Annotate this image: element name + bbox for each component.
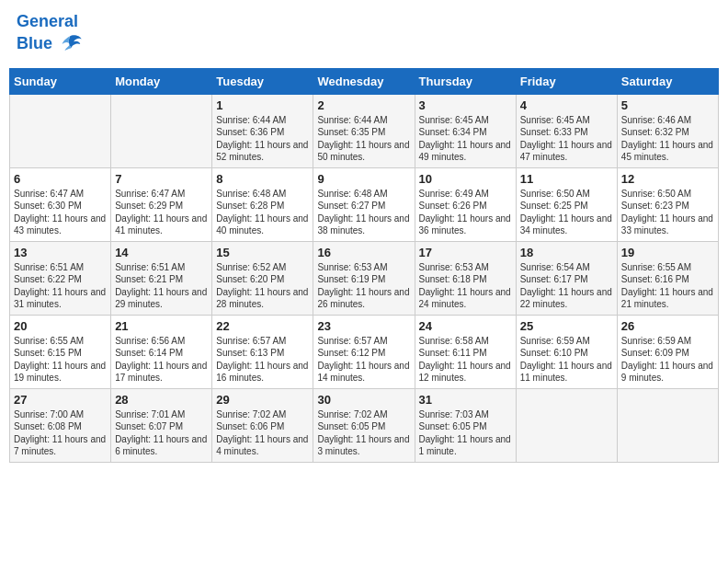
header-day-thursday: Thursday (415, 68, 516, 94)
day-number: 22 (216, 319, 309, 333)
day-number: 16 (317, 246, 410, 259)
calendar-cell: 5Sunrise: 6:46 AM Sunset: 6:32 PM Daylig… (617, 94, 718, 167)
day-info: Sunrise: 6:53 AM Sunset: 6:19 PM Dayligh… (317, 261, 410, 311)
day-info: Sunrise: 6:51 AM Sunset: 6:21 PM Dayligh… (115, 261, 208, 311)
day-info: Sunrise: 6:50 AM Sunset: 6:23 PM Dayligh… (621, 188, 714, 237)
calendar-cell: 3Sunrise: 6:45 AM Sunset: 6:34 PM Daylig… (415, 94, 516, 167)
calendar-cell: 19Sunrise: 6:55 AM Sunset: 6:16 PM Dayli… (617, 241, 718, 315)
week-row-3: 13Sunrise: 6:51 AM Sunset: 6:22 PM Dayli… (10, 241, 719, 315)
calendar-cell: 1Sunrise: 6:44 AM Sunset: 6:36 PM Daylig… (212, 94, 313, 167)
page-header: General Blue (9, 9, 719, 61)
calendar-table: SundayMondayTuesdayWednesdayThursdayFrid… (9, 68, 719, 463)
day-number: 2 (317, 98, 410, 112)
calendar-cell: 20Sunrise: 6:55 AM Sunset: 6:15 PM Dayli… (10, 315, 111, 388)
calendar-cell: 9Sunrise: 6:48 AM Sunset: 6:27 PM Daylig… (313, 167, 415, 241)
calendar-cell: 28Sunrise: 7:01 AM Sunset: 6:07 PM Dayli… (111, 388, 212, 462)
day-info: Sunrise: 6:59 AM Sunset: 6:09 PM Dayligh… (621, 335, 714, 385)
day-number: 13 (14, 246, 107, 259)
logo-bird-icon (57, 31, 83, 57)
day-info: Sunrise: 6:48 AM Sunset: 6:28 PM Dayligh… (216, 188, 309, 237)
day-number: 3 (419, 98, 512, 112)
week-row-2: 6Sunrise: 6:47 AM Sunset: 6:30 PM Daylig… (10, 167, 719, 241)
day-number: 28 (115, 393, 208, 407)
calendar-cell: 23Sunrise: 6:57 AM Sunset: 6:12 PM Dayli… (313, 315, 415, 388)
day-number: 15 (216, 246, 309, 259)
calendar-cell: 11Sunrise: 6:50 AM Sunset: 6:25 PM Dayli… (516, 167, 617, 241)
day-number: 1 (216, 98, 309, 112)
day-info: Sunrise: 7:00 AM Sunset: 6:08 PM Dayligh… (14, 408, 107, 458)
day-info: Sunrise: 6:47 AM Sunset: 6:29 PM Dayligh… (115, 188, 208, 237)
calendar-cell: 29Sunrise: 7:02 AM Sunset: 6:06 PM Dayli… (212, 388, 313, 462)
day-info: Sunrise: 6:45 AM Sunset: 6:34 PM Dayligh… (419, 114, 512, 164)
calendar-cell (617, 388, 718, 462)
day-info: Sunrise: 6:53 AM Sunset: 6:18 PM Dayligh… (419, 261, 512, 311)
day-info: Sunrise: 6:44 AM Sunset: 6:35 PM Dayligh… (317, 114, 410, 164)
logo: General Blue (17, 13, 83, 57)
week-row-5: 27Sunrise: 7:00 AM Sunset: 6:08 PM Dayli… (10, 388, 719, 462)
calendar-cell: 24Sunrise: 6:58 AM Sunset: 6:11 PM Dayli… (415, 315, 516, 388)
week-row-1: 1Sunrise: 6:44 AM Sunset: 6:36 PM Daylig… (10, 94, 719, 167)
day-info: Sunrise: 6:51 AM Sunset: 6:22 PM Dayligh… (14, 261, 107, 311)
header-day-saturday: Saturday (617, 68, 718, 94)
calendar-cell: 4Sunrise: 6:45 AM Sunset: 6:33 PM Daylig… (516, 94, 617, 167)
day-number: 7 (115, 172, 208, 186)
calendar-cell (10, 94, 111, 167)
calendar-cell: 14Sunrise: 6:51 AM Sunset: 6:21 PM Dayli… (111, 241, 212, 315)
calendar-cell: 15Sunrise: 6:52 AM Sunset: 6:20 PM Dayli… (212, 241, 313, 315)
day-number: 19 (621, 246, 714, 259)
calendar-cell: 27Sunrise: 7:00 AM Sunset: 6:08 PM Dayli… (10, 388, 111, 462)
day-info: Sunrise: 6:45 AM Sunset: 6:33 PM Dayligh… (520, 114, 613, 164)
day-info: Sunrise: 6:57 AM Sunset: 6:12 PM Dayligh… (317, 335, 410, 385)
day-info: Sunrise: 6:56 AM Sunset: 6:14 PM Dayligh… (115, 335, 208, 385)
day-info: Sunrise: 6:46 AM Sunset: 6:32 PM Dayligh… (621, 114, 714, 164)
header-day-wednesday: Wednesday (313, 68, 415, 94)
day-number: 29 (216, 393, 309, 407)
day-info: Sunrise: 6:55 AM Sunset: 6:16 PM Dayligh… (621, 261, 714, 311)
header-day-monday: Monday (111, 68, 212, 94)
day-number: 18 (520, 246, 613, 259)
day-info: Sunrise: 6:52 AM Sunset: 6:20 PM Dayligh… (216, 261, 309, 311)
day-info: Sunrise: 6:48 AM Sunset: 6:27 PM Dayligh… (317, 188, 410, 237)
calendar-cell: 17Sunrise: 6:53 AM Sunset: 6:18 PM Dayli… (415, 241, 516, 315)
calendar-cell: 6Sunrise: 6:47 AM Sunset: 6:30 PM Daylig… (10, 167, 111, 241)
calendar-cell (111, 94, 212, 167)
calendar-cell: 12Sunrise: 6:50 AM Sunset: 6:23 PM Dayli… (617, 167, 718, 241)
calendar-cell (516, 388, 617, 462)
day-number: 23 (317, 319, 410, 333)
day-info: Sunrise: 6:57 AM Sunset: 6:13 PM Dayligh… (216, 335, 309, 385)
calendar-cell: 31Sunrise: 7:03 AM Sunset: 6:05 PM Dayli… (415, 388, 516, 462)
day-info: Sunrise: 6:49 AM Sunset: 6:26 PM Dayligh… (419, 188, 512, 237)
calendar-cell: 18Sunrise: 6:54 AM Sunset: 6:17 PM Dayli… (516, 241, 617, 315)
day-info: Sunrise: 7:03 AM Sunset: 6:05 PM Dayligh… (419, 408, 512, 458)
day-number: 8 (216, 172, 309, 186)
day-number: 14 (115, 246, 208, 259)
calendar-cell: 16Sunrise: 6:53 AM Sunset: 6:19 PM Dayli… (313, 241, 415, 315)
day-info: Sunrise: 7:01 AM Sunset: 6:07 PM Dayligh… (115, 408, 208, 458)
day-number: 24 (419, 319, 512, 333)
day-number: 6 (14, 172, 107, 186)
day-number: 31 (419, 393, 512, 407)
day-number: 26 (621, 319, 714, 333)
header-day-tuesday: Tuesday (212, 68, 313, 94)
day-number: 25 (520, 319, 613, 333)
day-number: 5 (621, 98, 714, 112)
day-number: 10 (419, 172, 512, 186)
calendar-cell: 10Sunrise: 6:49 AM Sunset: 6:26 PM Dayli… (415, 167, 516, 241)
day-number: 21 (115, 319, 208, 333)
calendar-cell: 13Sunrise: 6:51 AM Sunset: 6:22 PM Dayli… (10, 241, 111, 315)
day-info: Sunrise: 6:55 AM Sunset: 6:15 PM Dayligh… (14, 335, 107, 385)
day-number: 12 (621, 172, 714, 186)
calendar-cell: 22Sunrise: 6:57 AM Sunset: 6:13 PM Dayli… (212, 315, 313, 388)
calendar-cell: 2Sunrise: 6:44 AM Sunset: 6:35 PM Daylig… (313, 94, 415, 167)
day-number: 27 (14, 393, 107, 407)
calendar-cell: 30Sunrise: 7:02 AM Sunset: 6:05 PM Dayli… (313, 388, 415, 462)
day-info: Sunrise: 7:02 AM Sunset: 6:06 PM Dayligh… (216, 408, 309, 458)
day-info: Sunrise: 6:44 AM Sunset: 6:36 PM Dayligh… (216, 114, 309, 164)
calendar-cell: 7Sunrise: 6:47 AM Sunset: 6:29 PM Daylig… (111, 167, 212, 241)
day-info: Sunrise: 7:02 AM Sunset: 6:05 PM Dayligh… (317, 408, 410, 458)
calendar-cell: 25Sunrise: 6:59 AM Sunset: 6:10 PM Dayli… (516, 315, 617, 388)
day-info: Sunrise: 6:50 AM Sunset: 6:25 PM Dayligh… (520, 188, 613, 237)
day-info: Sunrise: 6:47 AM Sunset: 6:30 PM Dayligh… (14, 188, 107, 237)
calendar-cell: 26Sunrise: 6:59 AM Sunset: 6:09 PM Dayli… (617, 315, 718, 388)
header-day-friday: Friday (516, 68, 617, 94)
